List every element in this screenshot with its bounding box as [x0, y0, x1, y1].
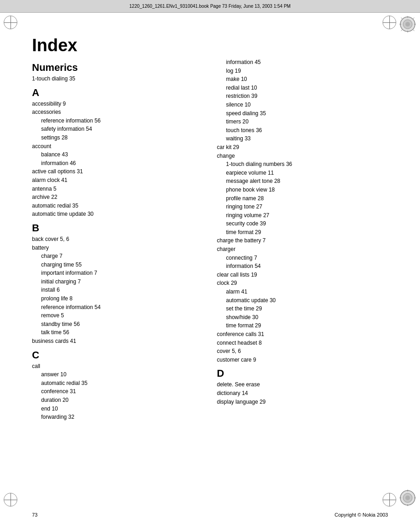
index-entry: 1-touch dialing 35	[32, 75, 203, 83]
svg-line-8	[413, 30, 415, 31]
index-entry: conference calls 31	[217, 330, 388, 339]
header-bar: 1220_1260_1261.ENv1_9310041.book Page 73…	[0, 0, 420, 13]
index-entry: reference information 56	[32, 117, 203, 125]
section-header-b: B	[32, 222, 203, 234]
index-entry: active call options 31	[32, 167, 203, 176]
right-column: information 45log 19make 10redial last 1…	[217, 58, 388, 496]
svg-line-7	[401, 18, 403, 19]
index-entry: remove 5	[32, 311, 203, 320]
index-entry: install 6	[32, 286, 203, 294]
index-entry: accessibility 9	[32, 100, 203, 108]
index-entry: important information 7	[32, 269, 203, 278]
index-entry: conference 31	[32, 387, 203, 396]
header-text: 1220_1260_1261.ENv1_9310041.book Page 73…	[129, 4, 291, 9]
index-entry: make 10	[217, 75, 388, 84]
index-entry: charger	[217, 245, 388, 254]
index-entry: connect headset 8	[217, 339, 388, 347]
index-entry: back cover 5, 6	[32, 235, 203, 244]
index-entry: automatic redial 35	[32, 379, 203, 388]
page-container: 1220_1260_1261.ENv1_9310041.book Page 73…	[0, 0, 420, 523]
index-entry: automatic time update 30	[32, 210, 203, 219]
footer: 73 Copyright © Nokia 2003	[32, 512, 388, 518]
index-entry: change	[217, 152, 388, 160]
index-entry: archive 22	[32, 193, 203, 202]
index-entry: end 10	[32, 405, 203, 413]
index-entry: restriction 39	[217, 92, 388, 101]
index-entry: speed dialing 35	[217, 109, 388, 118]
index-entry: 1-touch dialing numbers 36	[217, 160, 388, 169]
index-entry: antenna 5	[32, 185, 203, 193]
index-entry: charge 7	[32, 252, 203, 261]
svg-line-9	[413, 18, 415, 19]
index-entry: alarm 41	[217, 288, 388, 296]
index-entry: phone book view 18	[217, 186, 388, 194]
index-entry: display language 29	[217, 398, 388, 406]
index-entry: car kit 29	[217, 143, 388, 152]
index-entry: prolong life 8	[32, 294, 203, 303]
index-entry: business cards 41	[32, 337, 203, 346]
index-entry: automatic update 30	[217, 296, 388, 305]
index-entry: log 19	[217, 67, 388, 75]
index-entry: battery	[32, 244, 203, 252]
index-entry: clear call lists 19	[217, 271, 388, 279]
index-entry: redial last 10	[217, 84, 388, 92]
svg-point-2	[405, 22, 410, 27]
left-column: Numerics1-touch dialing 35Aaccessibility…	[32, 58, 203, 496]
index-entry: earpiece volume 11	[217, 169, 388, 177]
index-entry: charge the battery 7	[217, 236, 388, 245]
index-entry: duration 20	[32, 396, 203, 405]
index-entry: settings 28	[32, 133, 203, 142]
index-entry: message alert tone 28	[217, 177, 388, 186]
index-entry: silence 10	[217, 101, 388, 109]
index-entry: timers 20	[217, 117, 388, 126]
index-entry: charging time 55	[32, 261, 203, 269]
index-entry: time format 29	[217, 228, 388, 237]
page-number: 73	[32, 512, 37, 518]
index-entry: delete. See erase	[217, 380, 388, 389]
corner-decoration-bl	[4, 493, 17, 507]
index-entry: standby time 56	[32, 320, 203, 329]
svg-point-13	[405, 496, 410, 500]
index-entry: clock 29	[217, 279, 388, 288]
index-entry: initial charging 7	[32, 278, 203, 286]
index-entry: cover 5, 6	[217, 347, 388, 356]
index-entry: balance 43	[32, 150, 203, 159]
index-entry: connecting 7	[217, 254, 388, 262]
index-entry: reference information 54	[32, 303, 203, 312]
index-entry: touch tones 36	[217, 126, 388, 135]
content-area: Index Numerics1-touch dialing 35Aaccessi…	[32, 22, 388, 496]
section-header-c: C	[32, 349, 203, 361]
index-entry: alarm clock 41	[32, 176, 203, 185]
index-entry: customer care 9	[217, 356, 388, 364]
index-entry: time format 29	[217, 321, 388, 330]
page-title: Index	[32, 36, 388, 55]
index-entry: account	[32, 142, 203, 151]
index-entry: accessories	[32, 108, 203, 117]
copyright: Copyright © Nokia 2003	[335, 512, 388, 518]
index-entry: forwarding 32	[32, 413, 203, 422]
columns: Numerics1-touch dialing 35Aaccessibility…	[32, 58, 388, 496]
index-entry: waiting 33	[217, 134, 388, 143]
section-header-numerics: Numerics	[32, 62, 203, 74]
corner-decoration-tl	[4, 16, 20, 32]
index-entry: information 46	[32, 159, 203, 168]
corner-decoration-br-cross	[383, 493, 396, 507]
index-entry: security code 39	[217, 219, 388, 228]
svg-line-10	[401, 30, 403, 31]
index-entry: dictionary 14	[217, 389, 388, 398]
section-header-a: A	[32, 87, 203, 99]
index-entry: automatic redial 35	[32, 202, 203, 210]
index-entry: information 45	[217, 58, 388, 67]
section-header-d: D	[217, 368, 388, 379]
index-entry: set the time 29	[217, 304, 388, 313]
index-entry: talk time 56	[32, 328, 203, 337]
index-entry: ringing volume 27	[217, 211, 388, 220]
sun-decoration-tr	[399, 16, 416, 33]
index-entry: answer 10	[32, 370, 203, 379]
index-entry: profile name 28	[217, 194, 388, 203]
index-entry: information 54	[217, 262, 388, 271]
index-entry: show/hide 30	[217, 313, 388, 322]
index-entry: safety information 54	[32, 125, 203, 133]
index-entry: ringing tone 27	[217, 203, 388, 211]
sun-decoration-br	[399, 489, 416, 507]
